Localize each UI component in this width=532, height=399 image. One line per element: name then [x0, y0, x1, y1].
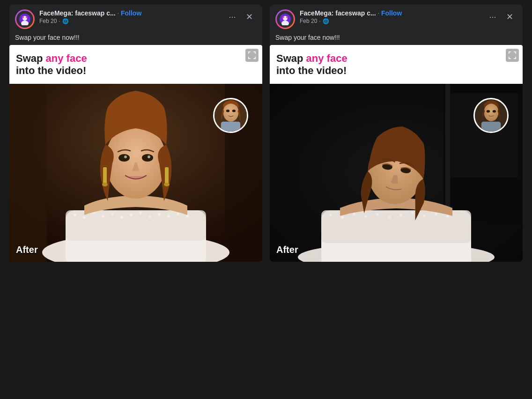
svg-point-4 — [26, 16, 28, 18]
svg-rect-40 — [165, 167, 169, 184]
header-info-right: FaceMega: faceswap c... · Follow Feb 20 … — [300, 9, 481, 24]
svg-rect-66 — [321, 210, 471, 243]
post-card-right: FaceMega: faceswap c... · Follow Feb 20 … — [270, 5, 523, 262]
more-button-left[interactable]: ··· — [225, 9, 240, 24]
profile-thumb-left — [213, 98, 248, 133]
fullscreen-icon-right[interactable] — [506, 49, 519, 62]
svg-rect-59 — [516, 57, 517, 59]
svg-point-22 — [102, 215, 104, 218]
svg-point-3 — [22, 16, 24, 18]
post-header-right: FaceMega: faceswap c... · Follow Feb 20 … — [270, 5, 523, 32]
video-frame-left: After — [9, 84, 262, 262]
avatar-right[interactable] — [275, 9, 295, 29]
svg-point-26 — [139, 212, 142, 214]
post-text-right: Swap your face now!!! — [270, 32, 523, 45]
svg-point-23 — [111, 213, 114, 215]
svg-point-28 — [158, 213, 161, 216]
avatar-left[interactable] — [15, 9, 35, 29]
svg-point-70 — [364, 215, 367, 218]
globe-icon-right: 🌐 — [323, 18, 329, 24]
posts-container: FaceMega: faceswap c... · Follow Feb 20 … — [9, 5, 523, 262]
fullscreen-icon-left[interactable] — [245, 49, 259, 62]
svg-point-76 — [435, 213, 437, 215]
banner-line2-right: into the video! — [276, 65, 347, 76]
svg-point-73 — [399, 214, 402, 216]
svg-point-24 — [120, 216, 123, 219]
banner-right: Swap any face into the video! — [270, 45, 523, 84]
banner-swap-left: Swap — [16, 52, 46, 64]
svg-rect-63 — [445, 84, 450, 224]
banner-text-left: Swap any face into the video! — [16, 52, 256, 77]
post-date-left: Feb 20 — [39, 18, 57, 24]
svg-point-19 — [74, 214, 76, 216]
banner-highlight-left: any face — [46, 52, 87, 64]
svg-rect-6 — [248, 52, 249, 54]
svg-point-68 — [341, 216, 344, 219]
header-info-left: FaceMega: faceswap c... · Follow Feb 20 … — [39, 9, 221, 24]
svg-rect-18 — [66, 210, 206, 241]
svg-point-75 — [423, 214, 426, 217]
svg-point-39 — [102, 183, 108, 186]
close-button-right[interactable]: ✕ — [502, 9, 517, 24]
svg-point-29 — [167, 215, 170, 218]
svg-rect-14 — [9, 84, 47, 262]
ad-image-right: Swap any face into the video! — [270, 45, 523, 262]
svg-point-77 — [446, 215, 449, 218]
profile-thumb-inner-left — [214, 99, 247, 132]
svg-point-36 — [124, 155, 127, 158]
svg-rect-44 — [221, 122, 240, 132]
svg-point-37 — [148, 155, 150, 158]
header-top-row-left: FaceMega: faceswap c... · Follow — [39, 9, 221, 17]
svg-rect-12 — [255, 57, 256, 59]
post-meta-left: Feb 20 · 🌐 — [39, 18, 221, 24]
header-top-row-right: FaceMega: faceswap c... · Follow — [300, 9, 481, 17]
after-label-right: After — [276, 244, 298, 255]
separator-left: · — [118, 10, 119, 16]
video-frame-right: After — [270, 84, 523, 262]
banner-text-right: Swap any face into the video! — [276, 52, 516, 77]
svg-rect-10 — [248, 57, 249, 59]
svg-point-72 — [388, 216, 391, 219]
svg-point-20 — [83, 216, 86, 219]
profile-thumb-inner-right — [475, 99, 507, 132]
header-actions-right: ··· ✕ — [485, 9, 517, 24]
svg-point-74 — [411, 212, 414, 214]
header-actions-left: ··· ✕ — [225, 9, 257, 24]
meta-sep-left: · — [59, 18, 60, 24]
svg-point-30 — [177, 213, 179, 215]
svg-point-50 — [282, 16, 284, 18]
globe-icon-left: 🌐 — [62, 18, 69, 24]
separator-right: · — [378, 10, 379, 16]
close-button-left[interactable]: ✕ — [242, 9, 257, 24]
avatar-icon-right — [277, 11, 294, 28]
banner-left: Swap any face into the video! — [9, 45, 262, 84]
svg-point-69 — [353, 213, 355, 215]
more-button-right[interactable]: ··· — [485, 9, 500, 24]
post-text-left: Swap your face now!!! — [9, 32, 262, 45]
meta-sep-right: · — [319, 18, 320, 24]
svg-point-34 — [118, 154, 130, 162]
svg-rect-84 — [481, 122, 501, 132]
follow-button-left[interactable]: Follow — [121, 9, 141, 17]
post-card-left: FaceMega: faceswap c... · Follow Feb 20 … — [9, 5, 262, 262]
ad-image-left: Swap any face into the video! — [9, 45, 262, 262]
svg-point-86 — [493, 110, 496, 113]
svg-rect-57 — [509, 57, 510, 59]
svg-point-25 — [130, 214, 133, 216]
svg-point-71 — [376, 213, 379, 216]
svg-point-27 — [148, 215, 151, 218]
page-name-left[interactable]: FaceMega: faceswap c... — [39, 9, 116, 17]
svg-point-85 — [487, 110, 490, 113]
banner-highlight-right: any face — [306, 52, 347, 64]
banner-line2-left: into the video! — [16, 65, 86, 76]
post-date-right: Feb 20 — [300, 18, 317, 24]
svg-rect-38 — [103, 167, 107, 184]
page-name-right[interactable]: FaceMega: faceswap c... — [300, 9, 376, 17]
svg-point-46 — [232, 110, 236, 112]
svg-rect-53 — [509, 52, 510, 54]
after-label-left: After — [16, 244, 38, 255]
svg-point-67 — [329, 214, 332, 216]
post-header-left: FaceMega: faceswap c... · Follow Feb 20 … — [9, 5, 262, 32]
svg-rect-55 — [516, 52, 517, 54]
follow-button-right[interactable]: Follow — [381, 9, 402, 17]
